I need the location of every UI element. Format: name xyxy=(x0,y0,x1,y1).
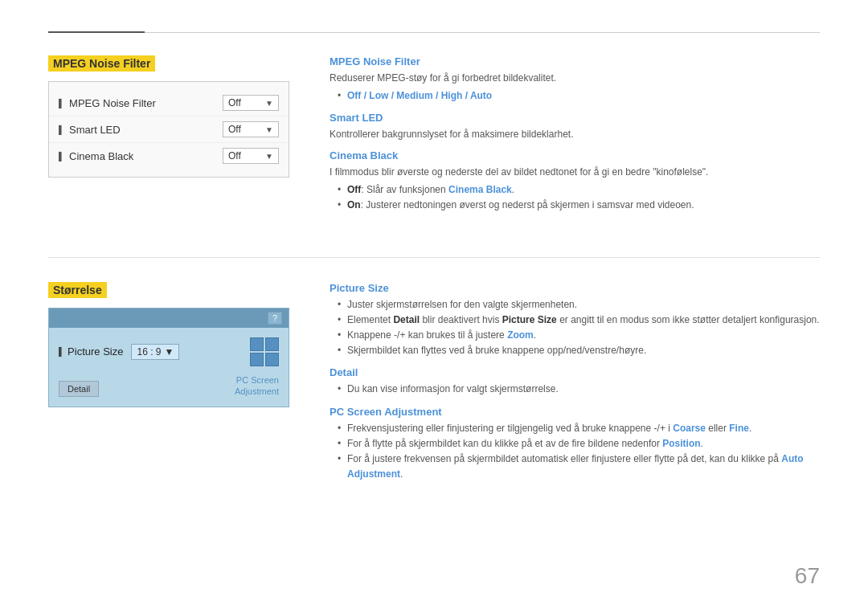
settings-row-smart-led: Smart LED Off ▼ xyxy=(49,116,289,143)
settings-row-mpeg: MPEG Noise Filter Off ▼ xyxy=(49,90,289,116)
smart-led-select-arrow: ▼ xyxy=(265,125,273,134)
smart-led-row-label: Smart LED xyxy=(59,124,223,136)
pc-screen-info-heading: PC Screen Adjustment xyxy=(330,406,820,418)
detail-info-list: Du kan vise informasjon for valgt skjerm… xyxy=(338,382,820,397)
storrelse-right-col: Picture Size Juster skjermstørrelsen for… xyxy=(330,282,820,486)
picture-size-info-list: Juster skjermstørrelsen for den valgte s… xyxy=(338,297,820,359)
mpeg-right-col: MPEG Noise Filter Reduserer MPEG-støy fo… xyxy=(330,55,820,217)
pc-screen-info-list: Frekvensjustering eller finjustering er … xyxy=(338,421,820,483)
cinema-black-info-text: I filmmodus blir øverste og nederste del… xyxy=(330,165,820,179)
top-divider xyxy=(48,32,820,33)
detail-button[interactable]: Detail xyxy=(59,381,99,397)
picture-size-info-item-2: Elementet Detail blir deaktivert hvis Pi… xyxy=(338,313,820,328)
mpeg-left-col: MPEG Noise Filter MPEG Noise Filter Off … xyxy=(48,55,297,217)
picture-size-label: Picture Size xyxy=(59,345,123,358)
picture-size-info-item-3: Knappene -/+ kan brukes til å justere Zo… xyxy=(338,328,820,343)
aspect-ratio-icon-grid xyxy=(250,337,279,366)
question-mark-icon[interactable]: ? xyxy=(268,312,282,325)
pc-screen-info-item-1: Frekvensjustering eller finjustering er … xyxy=(338,421,820,436)
storrelse-section-heading: Størrelse xyxy=(48,282,107,298)
mpeg-options-highlight: Off / Low / Medium / High / Auto xyxy=(347,90,492,101)
cinema-black-off-item: Off: Slår av funksjonen Cinema Black. xyxy=(338,182,820,198)
cinema-black-info-heading: Cinema Black xyxy=(330,149,820,161)
mpeg-row-label: MPEG Noise Filter xyxy=(59,97,223,109)
mpeg-options-list: Off / Low / Medium / High / Auto xyxy=(338,88,820,104)
picture-size-info-heading: Picture Size xyxy=(330,282,820,294)
picture-size-row: Picture Size 16 : 9 ▼ xyxy=(59,337,279,366)
picture-size-arrow-icon: ▼ xyxy=(165,346,174,358)
storrelse-content: Picture Size 16 : 9 ▼ xyxy=(49,328,289,407)
section-divider xyxy=(48,257,820,258)
mpeg-info-text: Reduserer MPEG-støy for å gi forbedret b… xyxy=(330,71,820,85)
mpeg-section-heading: MPEG Noise Filter xyxy=(48,55,155,72)
grid-cell-2 xyxy=(265,337,279,351)
mpeg-select[interactable]: Off ▼ xyxy=(223,95,279,111)
pc-screen-label: PC Screen Adjustment xyxy=(235,374,279,398)
mpeg-settings-box: MPEG Noise Filter Off ▼ Smart LED Off ▼ xyxy=(48,81,289,178)
settings-row-cinema-black: Cinema Black Off ▼ xyxy=(49,143,289,169)
smart-led-info-heading: Smart LED xyxy=(330,112,820,124)
mpeg-section: MPEG Noise Filter MPEG Noise Filter Off … xyxy=(48,55,820,217)
cinema-black-select-arrow: ▼ xyxy=(265,152,273,161)
picture-size-select[interactable]: 16 : 9 ▼ xyxy=(131,344,179,360)
grid-cell-3 xyxy=(250,353,264,366)
smart-led-info-text: Kontrollerer bakgrunnslyset for å maksim… xyxy=(330,127,820,141)
detail-info-item: Du kan vise informasjon for valgt skjerm… xyxy=(338,382,820,397)
storrelse-header: ? xyxy=(49,309,289,328)
cinema-black-list: Off: Slår av funksjonen Cinema Black. On… xyxy=(338,182,820,213)
cinema-black-on-item: On: Justerer nedtoningen øverst og neder… xyxy=(338,198,820,213)
storrelse-left-col: Størrelse ? Picture Size 16 : 9 ▼ xyxy=(48,282,297,486)
mpeg-info-heading: MPEG Noise Filter xyxy=(330,55,820,67)
smart-led-select[interactable]: Off ▼ xyxy=(223,121,279,137)
mpeg-select-arrow: ▼ xyxy=(265,99,273,108)
page-container: MPEG Noise Filter MPEG Noise Filter Off … xyxy=(0,0,868,613)
grid-cell-1 xyxy=(250,337,264,351)
cinema-black-select[interactable]: Off ▼ xyxy=(223,148,279,164)
top-rule-accent xyxy=(48,31,145,33)
storrelse-box: ? Picture Size 16 : 9 ▼ xyxy=(48,308,289,408)
picture-size-info-item-4: Skjermbildet kan flyttes ved å bruke kna… xyxy=(338,343,820,358)
storrelse-section: Størrelse ? Picture Size 16 : 9 ▼ xyxy=(48,282,820,486)
storrelse-bottom-row: Detail PC Screen Adjustment xyxy=(59,374,279,398)
pc-screen-info-item-2: For å flytte på skjermbildet kan du klik… xyxy=(338,436,820,452)
mpeg-options-item: Off / Low / Medium / High / Auto xyxy=(338,88,820,104)
grid-cell-4 xyxy=(265,353,279,366)
cinema-black-row-label: Cinema Black xyxy=(59,150,223,162)
pc-screen-info-item-3: For å justere frekvensen på skjermbildet… xyxy=(338,452,820,482)
detail-info-heading: Detail xyxy=(330,366,820,378)
picture-size-info-item-1: Juster skjermstørrelsen for den valgte s… xyxy=(338,297,820,313)
page-number: 67 xyxy=(795,563,820,589)
